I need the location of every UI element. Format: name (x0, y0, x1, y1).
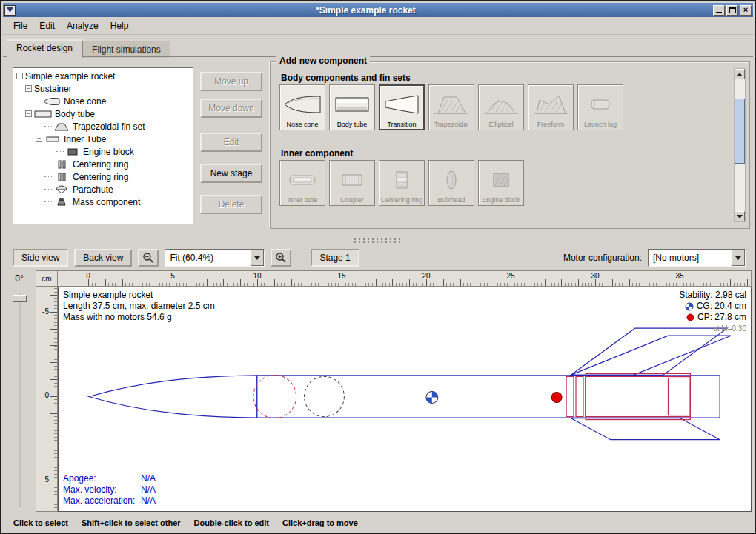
back-view-button[interactable]: Back view (74, 249, 132, 267)
mass-component-icon (53, 198, 70, 207)
add-freeform-fin-button[interactable]: Freeform (528, 84, 574, 130)
ruler-tick-label: 5 (170, 272, 175, 280)
ruler-tick-label: 0 (86, 272, 90, 280)
zoom-in-button[interactable] (271, 249, 291, 267)
body-components-label: Body components and fin sets (281, 73, 411, 83)
maximize-button[interactable] (726, 5, 738, 16)
mach-text: at M=0.30 (679, 323, 746, 334)
nose-cone-icon (282, 87, 322, 121)
inner-tube-icon (44, 135, 61, 144)
menu-help[interactable]: Help (105, 19, 135, 33)
flight-data-summary: Apogee:N/A Max. velocity:N/A Max. accele… (63, 473, 156, 507)
collapse-icon[interactable]: − (16, 73, 23, 79)
combo-arrow-button[interactable] (732, 250, 745, 266)
tree-label: Simple example rocket (25, 71, 115, 81)
scroll-up-button[interactable] (735, 69, 745, 79)
add-engine-block-button[interactable]: Engine block (478, 160, 524, 206)
ruler-tick-label: 25 (506, 272, 514, 280)
delete-button[interactable]: Delete (200, 195, 262, 214)
split-pane-divider[interactable] (3, 236, 753, 245)
move-down-button[interactable]: Move down (200, 99, 262, 118)
add-body-tube-button[interactable]: Body tube (329, 84, 375, 130)
bulkhead-icon (431, 162, 471, 197)
body-tube-icon (332, 87, 372, 121)
menu-file[interactable]: File (7, 19, 33, 33)
scrollbar-thumb[interactable] (735, 99, 745, 164)
engine-block-icon (481, 162, 521, 197)
rocket-drawing-canvas[interactable]: Simple example rocket Length 37.5 cm, ma… (58, 287, 752, 512)
edit-button[interactable]: Edit (200, 133, 262, 152)
add-transition-button[interactable]: Transition (379, 84, 425, 130)
title-bar[interactable]: *Simple example rocket × (3, 3, 753, 17)
tree-label: Body tube (55, 109, 95, 119)
minimize-button[interactable] (713, 5, 725, 16)
tree-item-parachute[interactable]: Parachute (15, 183, 193, 196)
add-inner-tube-button[interactable]: Inner tube (279, 160, 325, 206)
menu-edit[interactable]: Edit (33, 19, 61, 33)
body-component-buttons: Nose cone Body tube Transition (279, 84, 623, 130)
tab-rocket-design[interactable]: Rocket design (7, 39, 82, 58)
centering-ring-icon (53, 160, 70, 169)
apogee-label: Apogee: (63, 473, 141, 484)
tree-item-fin-set[interactable]: Trapezoidal fin set (15, 120, 193, 133)
component-tree[interactable]: − Simple example rocket − Sustainer Nose… (13, 67, 193, 224)
tree-item-sustainer[interactable]: − Sustainer (15, 82, 193, 95)
component-panel-scrollbar[interactable] (734, 68, 746, 222)
zoom-in-icon (275, 252, 287, 264)
ruler-tick-label: 10 (253, 272, 261, 280)
tree-item-inner-tube[interactable]: − Inner Tube (15, 133, 193, 145)
cg-text: CG: 20.4 cm (697, 301, 746, 312)
tree-item-rocket[interactable]: − Simple example rocket (15, 70, 193, 82)
scroll-down-button[interactable] (735, 211, 745, 221)
close-button[interactable]: × (740, 5, 752, 16)
zoom-level-combo[interactable]: Fit (60.4%) (165, 249, 265, 267)
add-bulkhead-button[interactable]: Bulkhead (428, 160, 474, 206)
new-stage-button[interactable]: New stage (200, 164, 262, 183)
ruler-tick-label: 30 (591, 272, 599, 280)
zoom-out-icon (142, 252, 154, 264)
tree-action-buttons: Move up Move down Edit New stage Delete (200, 72, 264, 214)
add-elliptical-fin-button[interactable]: Elliptical (478, 84, 524, 130)
tree-item-nose-cone[interactable]: Nose cone (15, 95, 193, 107)
status-hint-multiselect: Shift+click to select other (82, 518, 181, 527)
move-up-button[interactable]: Move up (200, 72, 262, 91)
inner-component-label: Inner component (281, 148, 353, 158)
cp-text: CP: 27.8 cm (697, 312, 746, 323)
rocket-dimensions-text: Length 37.5 cm, max. diameter 2.5 cm (63, 301, 215, 312)
inner-tube-icon (282, 162, 322, 197)
tree-item-mass-component[interactable]: Mass component (15, 196, 193, 208)
status-hint-edit: Double-click to edit (194, 518, 269, 527)
add-trapezoidal-fin-button[interactable]: Trapezoidal (428, 84, 474, 130)
zoom-out-button[interactable] (138, 249, 159, 267)
collapse-icon[interactable]: − (25, 110, 32, 117)
vertical-ruler: -5 0 5 (36, 287, 58, 512)
collapse-icon[interactable]: − (25, 85, 32, 92)
rotation-slider-track[interactable] (19, 293, 21, 509)
tree-item-centering-ring-2[interactable]: Centering ring (15, 170, 193, 183)
tree-item-centering-ring-1[interactable]: Centering ring (15, 158, 193, 170)
menu-analyze[interactable]: Analyze (61, 19, 105, 33)
tree-item-engine-block[interactable]: Engine block (15, 145, 193, 158)
rocket-view-area: 0° cm 0 5 10 15 20 25 30 35 -5 0 5 (3, 270, 753, 513)
add-component-title: Add new component (276, 56, 370, 66)
tree-label: Centering ring (73, 159, 128, 170)
tab-row: Rocket design Flight simulations (3, 35, 753, 57)
tab-flight-simulations[interactable]: Flight simulations (82, 41, 170, 58)
add-centering-ring-button[interactable]: Centering ring (379, 160, 425, 206)
ruler-tick-label: -5 (38, 307, 49, 316)
ruler-tick-label: 15 (337, 272, 345, 280)
collapse-icon[interactable]: − (36, 136, 42, 142)
elliptical-fin-icon (481, 87, 521, 121)
ruler-tick-label: 35 (675, 272, 683, 280)
rotation-slider-handle[interactable] (13, 295, 27, 302)
side-view-button[interactable]: Side view (13, 249, 68, 267)
add-nose-cone-button[interactable]: Nose cone (279, 84, 325, 130)
add-launch-lug-button[interactable]: Launch lug (577, 84, 623, 130)
combo-arrow-button[interactable] (251, 250, 264, 266)
tree-item-body-tube[interactable]: − Body tube (15, 107, 193, 120)
centering-ring-icon (382, 162, 422, 197)
stage-1-toggle[interactable]: Stage 1 (311, 249, 359, 267)
motor-configuration-combo[interactable]: [No motors] (648, 249, 746, 267)
add-coupler-button[interactable]: Coupler (329, 160, 375, 206)
engine-block-icon (65, 147, 80, 156)
